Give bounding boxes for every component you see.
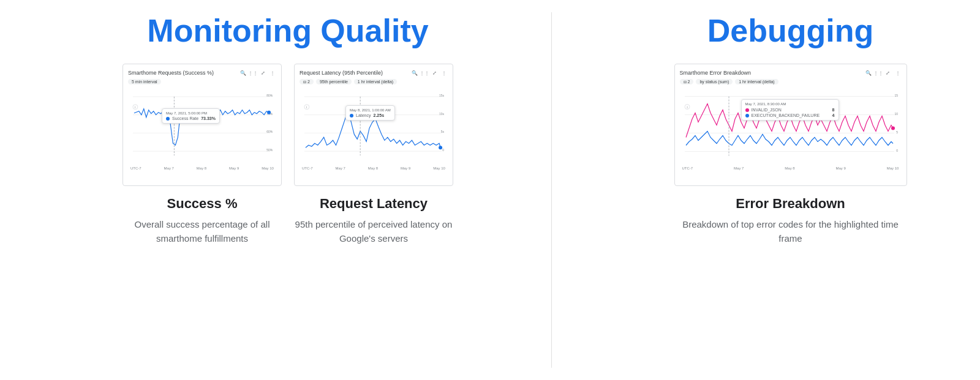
- error-breakdown-chart-card: Smarthome Error Breakdown 🔍 ⋮⋮ ⤢ ⋮ ⊟ 2 b…: [674, 64, 907, 186]
- filter-chip-percentile-label: 95th percentile: [320, 80, 348, 84]
- search-icon[interactable]: 🔍: [239, 69, 247, 76]
- success-tooltip: May 7, 2021, 5:00:00 PM Success Rate 73.…: [162, 108, 220, 124]
- chart-icons-error: 🔍 ⋮⋮ ⤢ ⋮: [865, 69, 902, 76]
- chart-icons-latency: 🔍 ⋮⋮ ⤢ ⋮: [411, 69, 448, 76]
- filter-chip-error-delta[interactable]: 1 hr interval (delta): [735, 79, 778, 84]
- error-info-desc: Breakdown of top error codes for the hig…: [674, 218, 907, 245]
- chart-header-error: Smarthome Error Breakdown 🔍 ⋮⋮ ⤢ ⋮: [680, 69, 902, 76]
- filter-chip-2-label: 2: [307, 80, 310, 84]
- tooltip-metric-exec: EXECUTION_BACKEND_FAILURE: [752, 113, 820, 117]
- x-label-may8-l: May 8: [368, 166, 378, 170]
- tooltip-dot-invalid: [745, 108, 749, 112]
- svg-text:15s: 15s: [439, 94, 444, 97]
- x-label-utc: UTC-7: [130, 166, 141, 170]
- filter-chip-status-label: by status (sum): [699, 80, 729, 84]
- filter-chip-error-2[interactable]: ⊟ 2: [680, 79, 694, 84]
- filter-chip-percentile[interactable]: 95th percentile: [316, 79, 352, 84]
- filter-row-latency: ⊟ 2 95th percentile 1 hr interval (delta…: [300, 79, 448, 84]
- x-label-may9-l: May 9: [401, 166, 410, 170]
- more-icon[interactable]: ⋮: [269, 69, 276, 76]
- x-axis-error: UTC-7 May 7 May 8 May 9 May 10: [680, 166, 902, 170]
- success-chart-svg: 80% 70% 60% 50%: [128, 87, 276, 166]
- filter-chip-delta[interactable]: 1 hr interval (delta): [354, 79, 397, 84]
- success-chart-area: 80% 70% 60% 50%: [128, 87, 276, 166]
- filter-row-error: ⊟ 2 by status (sum) 1 hr interval (delta…: [680, 79, 902, 84]
- error-info-title: Error Breakdown: [674, 196, 907, 212]
- more-icon-latency[interactable]: ⋮: [440, 69, 448, 76]
- filter-row-success: 5 min interval: [128, 79, 276, 84]
- error-chart-area: 15 10 5 0: [680, 87, 902, 166]
- debugging-title: Debugging: [707, 12, 874, 49]
- x-label-may10-l: May 10: [433, 166, 445, 170]
- monitoring-quality-title: Monitoring Quality: [147, 12, 428, 49]
- legend-icon[interactable]: ⋮⋮: [249, 69, 257, 76]
- x-label-may9: May 9: [229, 166, 239, 170]
- latency-info-desc: 95th percentile of perceived latency on …: [294, 218, 453, 245]
- error-info-item: Error Breakdown Breakdown of top error c…: [674, 196, 907, 245]
- filter-chip-error-2-label: 2: [688, 80, 690, 84]
- filter-chip-interval[interactable]: 5 min interval: [128, 79, 161, 84]
- error-chart-title: Smarthome Error Breakdown: [680, 70, 752, 76]
- charts-row: Smarthome Requests (Success %) 🔍 ⋮⋮ ⤢ ⋮ …: [24, 64, 551, 186]
- x-label-may8-e: May 8: [785, 166, 794, 170]
- tooltip-row-invalid-json: INVALID_JSON 8: [745, 108, 835, 112]
- x-label-may8: May 8: [197, 166, 206, 170]
- success-chart-title: Smarthome Requests (Success %): [128, 70, 214, 76]
- latency-tooltip: May 8, 2021, 1:00:00 AM Latency 2.25s: [345, 105, 395, 121]
- tooltip-row-success: Success Rate 73.33%: [166, 116, 216, 121]
- info-row-left: Success % Overall success percentage of …: [24, 196, 551, 245]
- tooltip-row-exec-failure: EXECUTION_BACKEND_FAILURE 4: [745, 113, 835, 117]
- expand-icon[interactable]: ⤢: [259, 69, 266, 76]
- svg-text:0: 0: [896, 149, 898, 152]
- expand-icon-error[interactable]: ⤢: [884, 69, 892, 76]
- tooltip-metric-success: Success Rate: [172, 116, 198, 121]
- x-axis-latency: UTC-7 May 7 May 8 May 9 May 10: [300, 166, 448, 170]
- tooltip-value-exec: 4: [827, 113, 835, 117]
- monitoring-quality-section: Monitoring Quality Smarthome Requests (S…: [24, 12, 551, 368]
- expand-icon-latency[interactable]: ⤢: [431, 69, 438, 76]
- filter-chip-error-delta-label: 1 hr interval (delta): [739, 80, 774, 84]
- chart-header-latency: Request Latency (95th Percentile) 🔍 ⋮⋮ ⤢…: [300, 69, 448, 76]
- svg-point-9: [267, 111, 271, 114]
- svg-text:5s: 5s: [441, 130, 445, 133]
- x-axis-success: UTC-7 May 7 May 8 May 9 May 10: [128, 166, 276, 170]
- x-label-may10: May 10: [262, 166, 274, 170]
- svg-text:i: i: [687, 105, 687, 109]
- success-info-desc: Overall success percentage of all smarth…: [123, 218, 282, 245]
- x-label-utc-e: UTC-7: [682, 166, 693, 170]
- tooltip-date-error: May 7, 2021, 8:30:00 AM: [745, 102, 835, 106]
- svg-text:60%: 60%: [266, 130, 273, 133]
- tooltip-value-latency: 2.25s: [374, 113, 385, 117]
- filter-chip-2[interactable]: ⊟ 2: [300, 79, 314, 84]
- legend-icon-error[interactable]: ⋮⋮: [875, 69, 882, 76]
- svg-text:15: 15: [894, 94, 898, 97]
- error-tooltip: May 7, 2021, 8:30:00 AM INVALID_JSON 8 E…: [741, 99, 839, 121]
- legend-icon-latency[interactable]: ⋮⋮: [421, 69, 428, 76]
- search-icon-latency[interactable]: 🔍: [411, 69, 418, 76]
- latency-info-item: Request Latency 95th percentile of perce…: [294, 196, 453, 245]
- chart-icons: 🔍 ⋮⋮ ⤢ ⋮: [239, 69, 276, 76]
- debugging-section: Debugging Smarthome Error Breakdown 🔍 ⋮⋮…: [551, 12, 980, 368]
- success-rate-chart-card: Smarthome Requests (Success %) 🔍 ⋮⋮ ⤢ ⋮ …: [123, 64, 282, 186]
- tooltip-date-success: May 7, 2021, 5:00:00 PM: [166, 111, 216, 115]
- tooltip-dot-exec: [745, 114, 749, 117]
- x-label-may7-e: May 7: [734, 166, 744, 170]
- tooltip-dot-success: [166, 117, 170, 121]
- filter-chip-delta-label: 1 hr interval (delta): [358, 80, 393, 84]
- svg-text:i: i: [135, 106, 135, 109]
- chart-header-success: Smarthome Requests (Success %) 🔍 ⋮⋮ ⤢ ⋮: [128, 69, 276, 76]
- svg-text:50%: 50%: [266, 149, 273, 152]
- svg-text:80%: 80%: [266, 94, 273, 97]
- search-icon-error[interactable]: 🔍: [865, 69, 872, 76]
- tooltip-metric-invalid: INVALID_JSON: [752, 108, 782, 112]
- x-label-may9-e: May 9: [836, 166, 846, 170]
- svg-point-33: [891, 127, 895, 130]
- filter-chip-status[interactable]: by status (sum): [696, 79, 733, 84]
- filter-chip-label: 5 min interval: [132, 80, 157, 84]
- latency-chart-title: Request Latency (95th Percentile): [300, 70, 383, 76]
- x-label-may7-l: May 7: [336, 166, 345, 170]
- success-info-title: Success %: [123, 196, 282, 212]
- svg-text:10s: 10s: [439, 113, 444, 116]
- success-info-item: Success % Overall success percentage of …: [123, 196, 282, 245]
- more-icon-error[interactable]: ⋮: [894, 69, 902, 76]
